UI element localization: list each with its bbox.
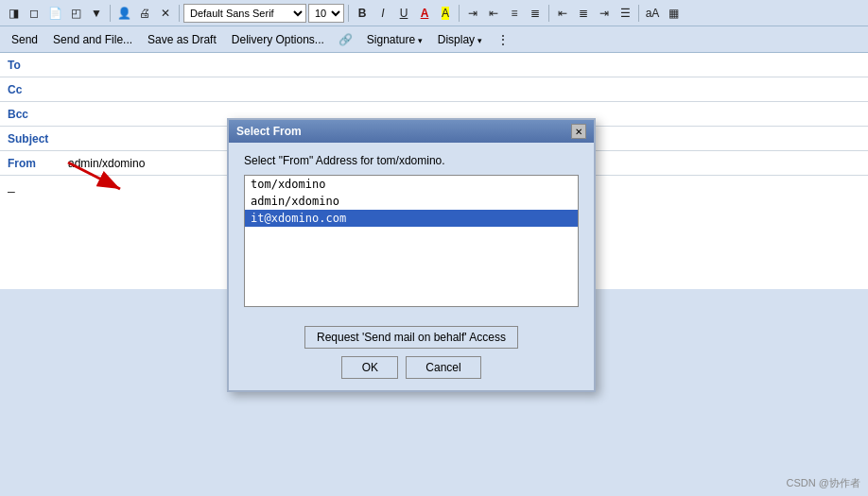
ok-button[interactable]: OK xyxy=(341,356,398,379)
more-button[interactable]: ⋮ xyxy=(492,31,514,48)
from-label: From xyxy=(8,157,64,170)
from-address-item-2[interactable]: it@xdomino.com xyxy=(245,210,578,227)
toolbar-icon-4[interactable]: ◰ xyxy=(66,4,85,23)
cancel-button[interactable]: Cancel xyxy=(406,356,480,379)
to-row: To xyxy=(0,53,868,77)
align-justify-btn[interactable]: ☰ xyxy=(616,4,634,23)
font-family-select[interactable]: Default Sans Serif xyxy=(183,4,306,23)
to-label: To xyxy=(8,59,64,72)
underline-button[interactable]: U xyxy=(394,4,413,23)
modal-description: Select "From" Address for tom/xdomino. xyxy=(244,154,579,167)
to-input[interactable] xyxy=(64,59,860,72)
toolbar-icon-2[interactable]: ◻ xyxy=(25,4,43,23)
link-icon[interactable]: 🔗 xyxy=(334,30,357,49)
cc-input[interactable] xyxy=(64,83,860,96)
toolbar-icon-1[interactable]: ◨ xyxy=(4,4,23,23)
font-size-select[interactable]: 10 xyxy=(308,4,344,23)
toolbar-top: ◨ ◻ 📄 ◰ ▼ 👤 🖨 ✕ Default Sans Serif 10 B … xyxy=(0,0,868,26)
modal-title: Select From xyxy=(236,125,302,138)
send-and-file-button[interactable]: Send and File... xyxy=(47,31,138,48)
extra-btn-1[interactable]: aA xyxy=(643,4,662,23)
text-color-button[interactable]: A xyxy=(415,4,434,23)
toolbar-icon-5[interactable]: 👤 xyxy=(114,4,133,23)
extra-btn-2[interactable]: ▦ xyxy=(664,4,683,23)
save-as-draft-button[interactable]: Save as Draft xyxy=(142,31,222,48)
separator-3 xyxy=(348,5,349,22)
body-dash: – xyxy=(8,183,15,198)
italic-button[interactable]: I xyxy=(373,4,392,23)
subject-label: Subject xyxy=(8,132,64,145)
bcc-label: Bcc xyxy=(8,108,64,121)
toolbar-icon-6[interactable]: 🖨 xyxy=(135,4,154,23)
ok-cancel-group: OK Cancel xyxy=(341,356,480,379)
delivery-options-button[interactable]: Delivery Options... xyxy=(226,31,330,48)
align-center-btn[interactable]: ≣ xyxy=(574,4,593,23)
cc-label: Cc xyxy=(8,83,64,96)
highlight-button[interactable]: A xyxy=(436,4,455,23)
request-access-button[interactable]: Request 'Send mail on behalf' Access xyxy=(304,326,518,349)
signature-button[interactable]: Signature xyxy=(361,31,428,48)
separator-6 xyxy=(638,5,639,22)
send-button[interactable]: Send xyxy=(6,31,43,48)
modal-close-button[interactable]: ✕ xyxy=(571,124,586,139)
bold-button[interactable]: B xyxy=(353,4,372,23)
separator-5 xyxy=(548,5,549,22)
from-address-item-0[interactable]: tom/xdomino xyxy=(245,176,578,193)
align-left-btn[interactable]: ⇤ xyxy=(553,4,572,23)
separator-1 xyxy=(110,5,111,22)
select-from-modal: Select From ✕ Select "From" Address for … xyxy=(227,118,596,392)
list-ul-btn[interactable]: ≡ xyxy=(505,4,524,23)
action-bar: Send Send and File... Save as Draft Deli… xyxy=(0,26,868,53)
display-button[interactable]: Display xyxy=(432,31,488,48)
toolbar-icon-3[interactable]: 📄 xyxy=(45,4,64,23)
indent-btn[interactable]: ⇥ xyxy=(463,4,482,23)
separator-4 xyxy=(459,5,460,22)
watermark: CSDN @协作者 xyxy=(787,476,860,490)
cc-row: Cc xyxy=(0,77,868,102)
modal-titlebar: Select From ✕ xyxy=(229,120,594,143)
modal-body: Select "From" Address for tom/xdomino. t… xyxy=(229,143,594,318)
toolbar-dropdown-arrow[interactable]: ▼ xyxy=(87,4,106,23)
list-ol-btn[interactable]: ≣ xyxy=(526,4,545,23)
outdent-btn[interactable]: ⇤ xyxy=(484,4,503,23)
from-address-item-1[interactable]: admin/xdomino xyxy=(245,193,578,210)
from-address-listbox[interactable]: tom/xdominoadmin/xdominoit@xdomino.com xyxy=(244,175,579,307)
modal-footer: Request 'Send mail on behalf' Access OK … xyxy=(229,318,594,390)
toolbar-icon-7[interactable]: ✕ xyxy=(156,4,175,23)
separator-2 xyxy=(179,5,180,22)
align-right-btn[interactable]: ⇥ xyxy=(595,4,614,23)
